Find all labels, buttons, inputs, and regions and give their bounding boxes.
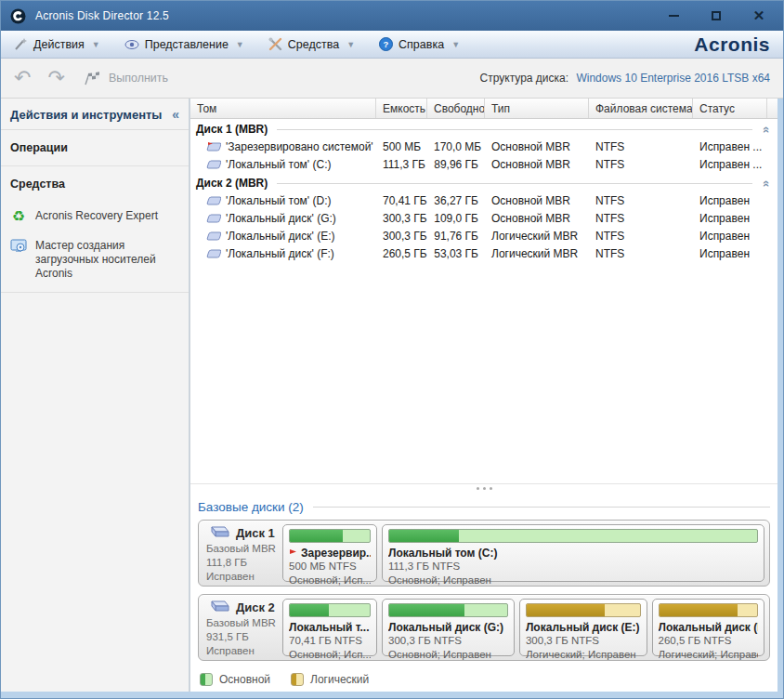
- partition-block[interactable]: Локальный том (C:) 111,3 ГБ NTFS Основно…: [382, 524, 764, 582]
- table-row[interactable]: 'Локальный том' (C:) 111,3 ГБ 89,96 ГБ О…: [190, 155, 777, 173]
- partition-legend: Основной Логический: [198, 668, 770, 692]
- acronis-app-icon: [10, 8, 26, 24]
- checkered-flag-icon: [82, 70, 102, 86]
- menu-actions[interactable]: Действия ▼: [14, 37, 100, 51]
- sidebar-item-label: Мастер создания загрузочных носителей Ac…: [35, 239, 179, 281]
- disk-card[interactable]: Диск 1 Базовый MBR 111,8 ГБ Исправен Зар…: [198, 520, 770, 587]
- column-filesystem[interactable]: Файловая система: [589, 99, 693, 118]
- disk-structure-label: Структура диска:: [480, 72, 569, 85]
- disk-info: Диск 1 Базовый MBR 111,8 ГБ Исправен: [199, 521, 281, 586]
- table-row[interactable]: 'Локальный диск' (E:) 300,3 ГБ 91,76 ГБ …: [190, 227, 777, 244]
- column-volume[interactable]: Том: [190, 99, 376, 118]
- disk-status: Исправен: [206, 570, 277, 584]
- column-capacity[interactable]: Емкость: [376, 99, 427, 118]
- partition-block[interactable]: Зарезервир... 500 МБ NTFS Основной; Исп.…: [282, 524, 377, 582]
- help-icon: ?: [379, 37, 393, 51]
- maximize-button[interactable]: [709, 8, 724, 23]
- menu-help-label: Справка: [399, 38, 444, 51]
- app-window: Acronis Disk Director 12.5 ✕ Действия ▼ …: [0, 0, 784, 699]
- menu-tools-label: Средства: [288, 38, 339, 51]
- sidebar-section-tools: Средства: [1, 166, 189, 202]
- toolbar: ↶ ↷ Выполнить Структура диска: Windows 1…: [1, 59, 783, 99]
- close-button[interactable]: ✕: [751, 8, 766, 23]
- sidebar: Действия и инструменты « Операции Средст…: [1, 99, 190, 692]
- primary-swatch-icon: [200, 673, 213, 686]
- basic-disks-title: Базовые диски (2): [198, 500, 304, 514]
- disk-group-header: Диск 1 (MBR) «: [190, 119, 777, 138]
- chevron-down-icon[interactable]: ▼: [451, 40, 460, 49]
- usage-bar: [289, 529, 371, 543]
- group-collapse-icon[interactable]: «: [760, 178, 774, 188]
- chevron-down-icon[interactable]: ▼: [92, 40, 100, 49]
- volume-table-header: Том Емкость Свободно Тип Файловая систем…: [190, 99, 777, 119]
- bootable-media-icon: [10, 239, 27, 257]
- redo-button[interactable]: ↷: [47, 68, 64, 88]
- recovery-expert-icon: ♻: [10, 209, 27, 224]
- disk-icon: [206, 600, 230, 614]
- menu-view[interactable]: Представление ▼: [124, 38, 244, 51]
- menu-tools[interactable]: Средства ▼: [268, 37, 355, 51]
- disk-size: 931,5 ГБ: [206, 630, 277, 644]
- disk-structure: Структура диска: Windows 10 Enterprise 2…: [480, 72, 770, 85]
- disk-group-header: Диск 2 (MBR) «: [190, 173, 777, 191]
- usage-bar: [388, 603, 508, 617]
- disk-group-name: Диск 1 (MBR): [196, 123, 268, 136]
- volume-icon: [206, 231, 221, 242]
- disk-group-name: Диск 2 (MBR): [196, 177, 268, 190]
- commit-label: Выполнить: [109, 72, 168, 85]
- pane-splitter[interactable]: [190, 483, 777, 493]
- volume-icon: [206, 213, 221, 224]
- eye-icon: [124, 39, 139, 50]
- partition-block[interactable]: Локальный диск (F:) 260,5 ГБ NTFS Логиче…: [652, 599, 764, 656]
- flag-icon: [289, 548, 297, 559]
- menu-view-label: Представление: [145, 38, 229, 51]
- menu-help[interactable]: ? Справка ▼: [379, 37, 460, 51]
- sidebar-item-bootable-media[interactable]: Мастер создания загрузочных носителей Ac…: [1, 231, 189, 293]
- chevron-down-icon[interactable]: ▼: [236, 40, 244, 49]
- disk-icon: [206, 525, 230, 540]
- partition-block[interactable]: Локальный т... 70,41 ГБ NTFS Основной; И…: [282, 599, 377, 656]
- disk-name: Диск 1: [236, 526, 275, 540]
- main-pane: Том Емкость Свободно Тип Файловая систем…: [190, 99, 777, 692]
- disk-card[interactable]: Диск 2 Базовый MBR 931,5 ГБ Исправен Лок…: [198, 594, 770, 661]
- usage-bar: [659, 603, 758, 617]
- chevron-down-icon[interactable]: ▼: [346, 40, 355, 49]
- disk-info: Диск 2 Базовый MBR 931,5 ГБ Исправен: [199, 595, 281, 660]
- usage-bar: [388, 529, 758, 543]
- usage-bar: [526, 603, 641, 617]
- volume-icon: [206, 248, 221, 259]
- disk-structure-link[interactable]: Windows 10 Enterprise 2016 LTSB x64: [576, 72, 770, 85]
- table-row[interactable]: 'Локальный том' (D:) 70,41 ГБ 36,27 ГБ О…: [190, 191, 777, 209]
- sidebar-item-label: Acronis Recovery Expert: [35, 209, 158, 223]
- actions-wand-icon: [14, 37, 28, 51]
- sidebar-title: Действия и инструменты: [10, 108, 162, 122]
- sidebar-collapse-icon[interactable]: «: [172, 107, 179, 122]
- legend-logical: Логический: [291, 673, 369, 686]
- logical-swatch-icon: [291, 673, 304, 686]
- column-status[interactable]: Статус: [693, 99, 767, 118]
- disk-kind: Базовый MBR: [206, 616, 277, 630]
- volume-icon: [206, 141, 221, 152]
- window-title: Acronis Disk Director 12.5: [35, 9, 169, 22]
- disk-size: 111,8 ГБ: [206, 556, 277, 570]
- legend-primary: Основной: [200, 673, 270, 686]
- sidebar-item-recovery-expert[interactable]: ♻ Acronis Recovery Expert: [1, 202, 189, 231]
- column-type[interactable]: Тип: [485, 99, 589, 118]
- partition-block[interactable]: Локальный диск (G:) 300,3 ГБ NTFS Основн…: [382, 599, 515, 656]
- volume-icon: [206, 195, 221, 206]
- disk-map-panel: Базовые диски (2) Диск 1 Базовый MBR 111…: [190, 493, 777, 692]
- table-row[interactable]: 'Зарезервировано системой' 500 МБ 170,0 …: [190, 138, 777, 155]
- undo-button[interactable]: ↶: [14, 68, 31, 88]
- menu-actions-label: Действия: [33, 38, 85, 51]
- tools-icon: [268, 37, 282, 51]
- minimize-button[interactable]: [666, 8, 681, 23]
- acronis-logo: Acronis: [694, 33, 770, 56]
- partition-block[interactable]: Локальный диск (E:) 300,3 ГБ NTFS Логиче…: [519, 599, 647, 656]
- disk-name: Диск 2: [236, 600, 275, 614]
- volume-icon: [206, 159, 221, 170]
- column-free[interactable]: Свободно: [427, 99, 485, 118]
- table-row[interactable]: 'Локальный диск' (G:) 300,3 ГБ 109,0 ГБ …: [190, 209, 777, 227]
- group-collapse-icon[interactable]: «: [760, 124, 774, 134]
- table-row[interactable]: 'Локальный диск' (F:) 260,5 ГБ 53,03 ГБ …: [190, 244, 777, 262]
- commit-button[interactable]: Выполнить: [82, 70, 168, 86]
